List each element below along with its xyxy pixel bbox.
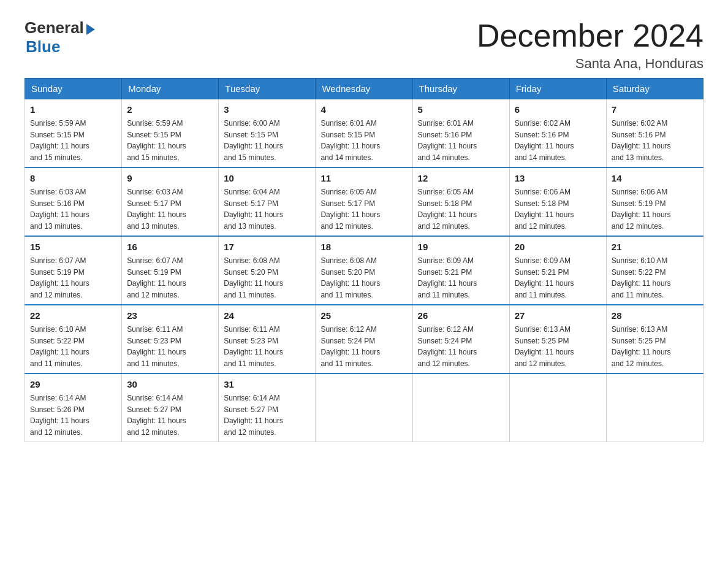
day-info: Sunrise: 5:59 AMSunset: 5:15 PMDaylight:… bbox=[30, 119, 89, 162]
day-info: Sunrise: 6:01 AMSunset: 5:16 PMDaylight:… bbox=[418, 119, 477, 162]
day-number: 22 bbox=[30, 309, 116, 322]
calendar-day-cell: 22 Sunrise: 6:10 AMSunset: 5:22 PMDaylig… bbox=[25, 305, 122, 373]
day-number: 18 bbox=[320, 240, 407, 253]
calendar-day-cell: 7 Sunrise: 6:02 AMSunset: 5:16 PMDayligh… bbox=[606, 99, 703, 168]
calendar-week-row: 29 Sunrise: 6:14 AMSunset: 5:26 PMDaylig… bbox=[25, 373, 703, 442]
day-of-week-header: Monday bbox=[122, 79, 219, 99]
calendar-day-cell: 12 Sunrise: 6:05 AMSunset: 5:18 PMDaylig… bbox=[412, 167, 509, 236]
day-number: 4 bbox=[320, 103, 407, 116]
calendar-day-cell: 26 Sunrise: 6:12 AMSunset: 5:24 PMDaylig… bbox=[412, 305, 509, 373]
calendar-day-cell: 29 Sunrise: 6:14 AMSunset: 5:26 PMDaylig… bbox=[25, 373, 122, 442]
day-number: 28 bbox=[612, 309, 698, 322]
calendar-day-cell: 19 Sunrise: 6:09 AMSunset: 5:21 PMDaylig… bbox=[412, 236, 509, 305]
day-number: 23 bbox=[127, 309, 213, 322]
calendar-day-cell bbox=[316, 373, 412, 442]
day-number: 11 bbox=[320, 172, 407, 185]
calendar-day-cell: 8 Sunrise: 6:03 AMSunset: 5:16 PMDayligh… bbox=[25, 167, 122, 236]
day-number: 12 bbox=[418, 172, 504, 185]
calendar-day-cell: 4 Sunrise: 6:01 AMSunset: 5:15 PMDayligh… bbox=[316, 99, 412, 168]
calendar-day-cell: 17 Sunrise: 6:08 AMSunset: 5:20 PMDaylig… bbox=[219, 236, 316, 305]
day-info: Sunrise: 6:09 AMSunset: 5:21 PMDaylight:… bbox=[418, 256, 477, 299]
calendar-day-cell: 21 Sunrise: 6:10 AMSunset: 5:22 PMDaylig… bbox=[606, 236, 703, 305]
calendar-day-cell: 18 Sunrise: 6:08 AMSunset: 5:20 PMDaylig… bbox=[316, 236, 412, 305]
calendar-day-cell: 15 Sunrise: 6:07 AMSunset: 5:19 PMDaylig… bbox=[25, 236, 122, 305]
day-info: Sunrise: 6:02 AMSunset: 5:16 PMDaylight:… bbox=[612, 119, 671, 162]
logo-arrow-icon bbox=[86, 24, 95, 35]
day-of-week-header: Tuesday bbox=[219, 79, 316, 99]
logo-blue-text: Blue bbox=[26, 37, 60, 56]
day-info: Sunrise: 6:07 AMSunset: 5:19 PMDaylight:… bbox=[127, 256, 186, 299]
day-number: 31 bbox=[224, 378, 310, 391]
day-of-week-header: Saturday bbox=[606, 79, 703, 99]
day-number: 8 bbox=[30, 172, 116, 185]
day-info: Sunrise: 6:03 AMSunset: 5:17 PMDaylight:… bbox=[127, 188, 186, 231]
day-info: Sunrise: 6:13 AMSunset: 5:25 PMDaylight:… bbox=[612, 325, 671, 368]
calendar-day-cell: 14 Sunrise: 6:06 AMSunset: 5:19 PMDaylig… bbox=[606, 167, 703, 236]
calendar-day-cell: 24 Sunrise: 6:11 AMSunset: 5:23 PMDaylig… bbox=[219, 305, 316, 373]
day-info: Sunrise: 6:05 AMSunset: 5:18 PMDaylight:… bbox=[418, 188, 477, 231]
calendar-day-cell: 11 Sunrise: 6:05 AMSunset: 5:17 PMDaylig… bbox=[316, 167, 412, 236]
day-info: Sunrise: 6:07 AMSunset: 5:19 PMDaylight:… bbox=[30, 256, 89, 299]
day-info: Sunrise: 6:14 AMSunset: 5:27 PMDaylight:… bbox=[127, 394, 186, 437]
day-number: 16 bbox=[127, 240, 213, 253]
day-number: 25 bbox=[320, 309, 407, 322]
page-header: General Blue December 2024 Santa Ana, Ho… bbox=[25, 18, 703, 72]
day-info: Sunrise: 6:00 AMSunset: 5:15 PMDaylight:… bbox=[224, 119, 283, 162]
calendar-day-cell: 13 Sunrise: 6:06 AMSunset: 5:18 PMDaylig… bbox=[509, 167, 606, 236]
day-info: Sunrise: 6:02 AMSunset: 5:16 PMDaylight:… bbox=[515, 119, 574, 162]
day-info: Sunrise: 6:03 AMSunset: 5:16 PMDaylight:… bbox=[30, 188, 89, 231]
calendar-day-cell: 2 Sunrise: 5:59 AMSunset: 5:15 PMDayligh… bbox=[122, 99, 219, 168]
day-number: 7 bbox=[612, 103, 698, 116]
day-number: 30 bbox=[127, 378, 213, 391]
day-number: 26 bbox=[418, 309, 504, 322]
calendar-day-cell: 1 Sunrise: 5:59 AMSunset: 5:15 PMDayligh… bbox=[25, 99, 122, 168]
day-info: Sunrise: 5:59 AMSunset: 5:15 PMDaylight:… bbox=[127, 119, 186, 162]
day-number: 2 bbox=[127, 103, 213, 116]
day-number: 10 bbox=[224, 172, 310, 185]
day-number: 29 bbox=[30, 378, 116, 391]
calendar-day-cell: 25 Sunrise: 6:12 AMSunset: 5:24 PMDaylig… bbox=[316, 305, 412, 373]
day-number: 27 bbox=[515, 309, 601, 322]
title-section: December 2024 Santa Ana, Honduras bbox=[477, 18, 703, 72]
day-info: Sunrise: 6:14 AMSunset: 5:26 PMDaylight:… bbox=[30, 394, 89, 437]
day-info: Sunrise: 6:12 AMSunset: 5:24 PMDaylight:… bbox=[418, 325, 477, 368]
calendar-day-cell: 20 Sunrise: 6:09 AMSunset: 5:21 PMDaylig… bbox=[509, 236, 606, 305]
calendar-title: December 2024 bbox=[477, 18, 703, 53]
logo-general-text: General bbox=[25, 18, 84, 37]
day-of-week-header: Thursday bbox=[412, 79, 509, 99]
day-info: Sunrise: 6:10 AMSunset: 5:22 PMDaylight:… bbox=[30, 325, 89, 368]
calendar-subtitle: Santa Ana, Honduras bbox=[477, 56, 703, 72]
day-info: Sunrise: 6:11 AMSunset: 5:23 PMDaylight:… bbox=[127, 325, 186, 368]
calendar-table: SundayMondayTuesdayWednesdayThursdayFrid… bbox=[25, 78, 703, 442]
day-number: 20 bbox=[515, 240, 601, 253]
day-number: 6 bbox=[515, 103, 601, 116]
day-of-week-header: Sunday bbox=[25, 79, 122, 99]
day-of-week-header: Wednesday bbox=[316, 79, 412, 99]
day-number: 1 bbox=[30, 103, 116, 116]
calendar-day-cell bbox=[509, 373, 606, 442]
calendar-week-row: 8 Sunrise: 6:03 AMSunset: 5:16 PMDayligh… bbox=[25, 167, 703, 236]
day-number: 17 bbox=[224, 240, 310, 253]
days-header-row: SundayMondayTuesdayWednesdayThursdayFrid… bbox=[25, 79, 703, 99]
day-number: 3 bbox=[224, 103, 310, 116]
day-info: Sunrise: 6:08 AMSunset: 5:20 PMDaylight:… bbox=[224, 256, 283, 299]
calendar-day-cell: 23 Sunrise: 6:11 AMSunset: 5:23 PMDaylig… bbox=[122, 305, 219, 373]
day-number: 15 bbox=[30, 240, 116, 253]
calendar-week-row: 15 Sunrise: 6:07 AMSunset: 5:19 PMDaylig… bbox=[25, 236, 703, 305]
day-info: Sunrise: 6:12 AMSunset: 5:24 PMDaylight:… bbox=[320, 325, 380, 368]
day-number: 5 bbox=[418, 103, 504, 116]
day-info: Sunrise: 6:14 AMSunset: 5:27 PMDaylight:… bbox=[224, 394, 283, 437]
day-number: 9 bbox=[127, 172, 213, 185]
day-info: Sunrise: 6:01 AMSunset: 5:15 PMDaylight:… bbox=[320, 119, 380, 162]
day-info: Sunrise: 6:09 AMSunset: 5:21 PMDaylight:… bbox=[515, 256, 574, 299]
day-info: Sunrise: 6:10 AMSunset: 5:22 PMDaylight:… bbox=[612, 256, 671, 299]
day-number: 21 bbox=[612, 240, 698, 253]
calendar-day-cell: 5 Sunrise: 6:01 AMSunset: 5:16 PMDayligh… bbox=[412, 99, 509, 168]
logo: General Blue bbox=[25, 18, 95, 56]
calendar-day-cell: 9 Sunrise: 6:03 AMSunset: 5:17 PMDayligh… bbox=[122, 167, 219, 236]
day-number: 14 bbox=[612, 172, 698, 185]
day-number: 24 bbox=[224, 309, 310, 322]
day-info: Sunrise: 6:06 AMSunset: 5:18 PMDaylight:… bbox=[515, 188, 574, 231]
calendar-day-cell bbox=[606, 373, 703, 442]
calendar-day-cell: 31 Sunrise: 6:14 AMSunset: 5:27 PMDaylig… bbox=[219, 373, 316, 442]
